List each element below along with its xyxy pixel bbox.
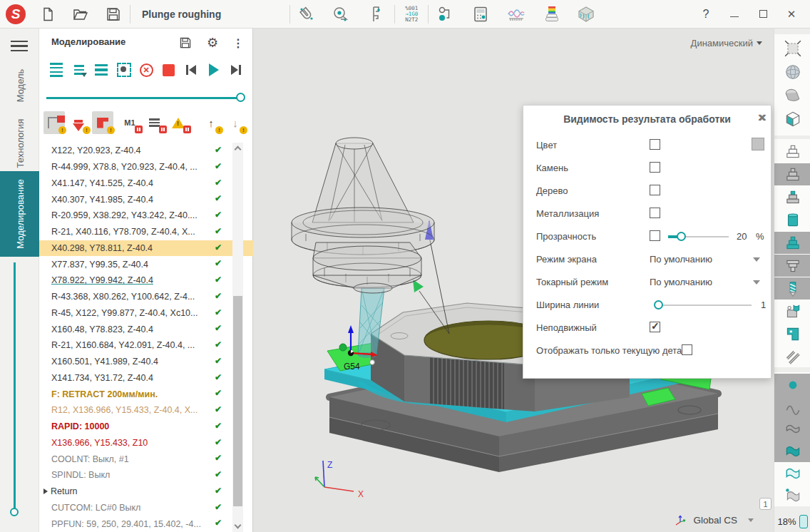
speed-slider-track[interactable] xyxy=(14,262,16,511)
transparency-slider-thumb[interactable] xyxy=(677,232,686,241)
stop-button[interactable] xyxy=(160,61,178,78)
transparency-checkbox[interactable] xyxy=(650,230,660,241)
fit-view-button[interactable] xyxy=(774,37,810,59)
scroll-down-icon[interactable] xyxy=(235,522,242,529)
fixed-checkbox[interactable] xyxy=(650,322,660,332)
save-file-button[interactable] xyxy=(101,4,125,25)
tab-technology[interactable]: Технология xyxy=(0,111,39,176)
more-menu-button[interactable] xyxy=(229,34,247,52)
lathe-mode-select[interactable]: По умолчанию xyxy=(650,277,712,287)
chevron-down-icon[interactable] xyxy=(753,257,760,262)
chevron-down-icon[interactable] xyxy=(748,518,754,522)
save-state-button[interactable] xyxy=(176,34,195,52)
next-warning-button[interactable]: ↓ xyxy=(225,111,246,134)
stop-on-machine-collision-toggle[interactable] xyxy=(92,111,113,134)
scrollbar-thumb[interactable] xyxy=(233,296,242,506)
command-row[interactable]: R-20.959, X38.292, Y43.242, Z-40.... xyxy=(39,208,253,224)
dialog-close-button[interactable] xyxy=(757,112,763,123)
wave-outline-button[interactable] xyxy=(774,462,810,484)
chevron-down-icon[interactable] xyxy=(753,280,760,285)
step-back-button[interactable] xyxy=(183,61,200,78)
prev-warning-button[interactable]: ↑ xyxy=(200,111,222,134)
tab-simulation[interactable]: Моделирование xyxy=(0,171,39,257)
command-row[interactable]: F: RETRACT 200мм/мин. xyxy=(39,386,253,402)
measure-button[interactable] xyxy=(329,4,353,25)
shaded-solid-button[interactable] xyxy=(774,84,810,106)
command-row[interactable]: PPFUN: 59, 250, 29.401, 15.402, -4... xyxy=(39,516,253,532)
statistics-button[interactable] xyxy=(504,4,528,25)
curve-button[interactable] xyxy=(774,396,810,418)
frame-selection-button[interactable] xyxy=(116,61,133,78)
machine-button[interactable] xyxy=(774,323,810,345)
wireframe-cube-button[interactable] xyxy=(774,108,810,130)
speed-slider-thumb[interactable] xyxy=(10,508,19,516)
app-logo-icon[interactable]: S xyxy=(6,4,26,24)
progress-slider-track[interactable] xyxy=(46,97,240,99)
view-mode-dropdown[interactable]: Динамический xyxy=(691,38,762,48)
command-row[interactable]: R-45, X122, Y99.877, Z-40.4, Xc10... xyxy=(39,305,253,322)
part-flag-button[interactable] xyxy=(774,300,810,322)
command-row[interactable]: X141.734, Y31.72, Z-40.4 xyxy=(39,370,253,387)
workpiece-top-teal-button[interactable] xyxy=(774,186,810,208)
show-lines-button[interactable] xyxy=(93,61,110,78)
command-row[interactable]: SPINDL: Выкл xyxy=(39,467,253,484)
command-row[interactable]: RAPID: 10000 xyxy=(39,419,253,435)
screen-mode-select[interactable]: По умолчанию xyxy=(650,254,712,265)
command-row[interactable]: R-43.368, X80.262, Y100.642, Z-4... xyxy=(39,289,253,305)
command-row[interactable]: R-21, X160.684, Y42.091, Z-40.4, ... xyxy=(39,337,253,354)
progress-slider-thumb[interactable] xyxy=(236,93,245,102)
minimize-button[interactable] xyxy=(720,4,749,25)
command-row[interactable]: X41.147, Y41.525, Z-40.4 xyxy=(39,175,253,192)
new-file-button[interactable] xyxy=(36,4,60,25)
color-swatch[interactable] xyxy=(752,138,764,150)
command-row[interactable]: X160.501, Y41.989, Z-40.4 xyxy=(39,354,253,370)
pause-on-list-toggle[interactable] xyxy=(143,111,165,134)
drill-tool-button[interactable] xyxy=(774,277,810,300)
stop-on-part-collision-toggle[interactable] xyxy=(43,111,65,134)
funnel-gray-button[interactable] xyxy=(774,255,810,277)
pause-on-m1-toggle[interactable]: M1 xyxy=(119,111,140,134)
snap-button[interactable] xyxy=(294,4,319,25)
metallization-checkbox[interactable] xyxy=(650,208,660,218)
command-row[interactable]: Return xyxy=(39,484,253,500)
list-scrollbar[interactable] xyxy=(232,143,243,532)
wave-dot-button[interactable] xyxy=(774,484,810,506)
stop-on-tool-collision-toggle[interactable] xyxy=(68,111,89,134)
command-row[interactable]: X160.48, Y78.823, Z-40.4 xyxy=(39,321,253,337)
play-button[interactable] xyxy=(205,61,222,78)
cs-selector[interactable]: Global CS xyxy=(693,515,737,526)
dot-button[interactable] xyxy=(774,374,810,396)
scroll-up-icon[interactable] xyxy=(235,146,242,153)
color-checkbox[interactable] xyxy=(650,139,660,150)
close-button[interactable] xyxy=(777,4,806,25)
command-row[interactable]: COOLNT: Выкл, #1 xyxy=(39,451,253,467)
abort-button[interactable] xyxy=(138,61,155,78)
command-row[interactable]: X77.837, Y99.35, Z-40.4 xyxy=(39,256,253,272)
wood-checkbox[interactable] xyxy=(650,185,660,195)
waves-button[interactable] xyxy=(774,418,810,440)
maximize-button[interactable] xyxy=(749,4,777,25)
node-editor-button[interactable] xyxy=(433,4,457,25)
command-row[interactable]: R-44.999, X78.8, Y20.923, Z-40.4, ... xyxy=(39,159,253,175)
calculator-button[interactable] xyxy=(468,4,493,25)
expand-arrow-icon[interactable] xyxy=(43,488,48,494)
caliper-button[interactable] xyxy=(363,4,387,25)
progress-slider[interactable] xyxy=(46,93,245,103)
step-forward-button[interactable] xyxy=(227,61,245,78)
command-row[interactable]: CUTCOM: LC#0 Выкл xyxy=(39,500,253,516)
tab-model[interactable]: Модель xyxy=(0,61,39,111)
result-count-badge[interactable]: 1 xyxy=(759,498,771,510)
command-row[interactable]: R-21, X40.116, Y78.709, Z-40.4, X... xyxy=(39,224,253,240)
current-part-only-checkbox[interactable] xyxy=(682,344,692,355)
hatch-button[interactable] xyxy=(774,346,810,368)
transparency-slider[interactable] xyxy=(668,236,729,237)
cylinder-teal-button[interactable] xyxy=(774,209,810,231)
workpiece-teal-button[interactable] xyxy=(774,232,810,254)
show-all-lines-button[interactable] xyxy=(48,61,65,78)
command-row[interactable]: R12, X136.966, Y15.433, Z-40.4, X... xyxy=(39,402,253,419)
command-row[interactable]: X122, Y20.923, Z-40.4 xyxy=(39,143,253,159)
line-width-slider[interactable] xyxy=(657,305,752,306)
main-menu-button[interactable] xyxy=(11,38,28,54)
wave-filled-button[interactable] xyxy=(774,440,810,462)
blank-part-button[interactable] xyxy=(774,140,810,163)
